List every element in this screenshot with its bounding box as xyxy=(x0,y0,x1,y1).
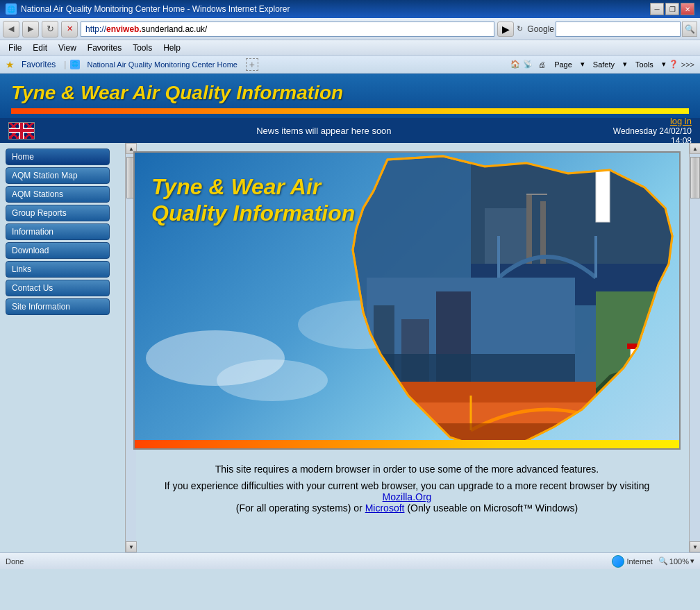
home-toolbar-button[interactable]: 🏠 xyxy=(510,60,520,69)
address-domain: sunderland.ac.uk/ xyxy=(142,24,208,34)
zone-label: Internet xyxy=(627,557,653,566)
view-menu[interactable]: View xyxy=(53,42,82,54)
uk-flag-icon xyxy=(8,122,35,139)
back-button[interactable]: ◀ xyxy=(3,21,19,37)
content-scrollbar[interactable]: ▲ ▼ xyxy=(689,143,700,552)
sidebar-item-group-reports[interactable]: Group Reports xyxy=(6,205,110,221)
content-scroll-down[interactable]: ▼ xyxy=(690,541,700,552)
nav-bar: ◀ ▶ ↻ ✕ http://enviweb.sunderland.ac.uk/… xyxy=(0,18,700,40)
content-scroll-up[interactable]: ▲ xyxy=(690,143,700,154)
bookmarks-bar: ★ Favorites | 🌐 National Air Quality Mon… xyxy=(0,56,700,74)
window-controls: ─ ❐ ✕ xyxy=(650,3,694,15)
address-bar[interactable]: http://enviweb.sunderland.ac.uk/ xyxy=(81,22,494,37)
favorites-button[interactable]: Favorites xyxy=(17,58,60,71)
news-right: log in Wednesday 24/02/10 14:08 xyxy=(613,116,692,146)
hero-title-line2: Quality Information xyxy=(151,200,355,226)
stop-button[interactable]: ✕ xyxy=(61,21,78,37)
sidebar-item-download[interactable]: Download xyxy=(6,242,110,259)
search-engine-label: Google xyxy=(527,24,554,34)
info-section: This site requires a modern browser in o… xyxy=(131,452,683,530)
microsoft-link[interactable]: Microsoft xyxy=(365,502,405,514)
info-para-2: If you experience difficulties with your… xyxy=(158,480,656,514)
forward-button[interactable]: ▶ xyxy=(22,21,39,37)
tools-toolbar-menu[interactable]: Tools xyxy=(630,59,659,70)
rss-button[interactable]: 📡 xyxy=(523,60,533,69)
refresh-button[interactable]: ↻ xyxy=(42,21,58,37)
sidebar-item-site-information[interactable]: Site Information xyxy=(6,298,110,315)
zoom-chevron-icon: ▾ xyxy=(690,557,694,566)
edit-menu[interactable]: Edit xyxy=(27,42,53,54)
news-text: News items will appear here soon xyxy=(256,126,391,136)
header-gradient-bar xyxy=(11,108,689,114)
mozilla-link[interactable]: Mozilla.Org xyxy=(383,491,432,502)
info-para-2-post: (Only useable on Microsoft™ Windows) xyxy=(407,502,578,514)
sidebar: Home AQM Station Map AQM Stations Group … xyxy=(0,143,125,552)
add-tab-button[interactable]: + xyxy=(246,58,258,71)
help-menu[interactable]: Help xyxy=(158,42,186,54)
hero-title: Tyne & Wear Air Quality Information xyxy=(151,173,355,227)
news-bar: News items will appear here soon log in … xyxy=(0,118,700,143)
svg-rect-14 xyxy=(367,354,575,382)
page-content: Tyne & Wear Air Quality Information News… xyxy=(0,74,700,552)
svg-rect-20 xyxy=(596,291,679,430)
status-bar: Done Internet 🔍 100% ▾ xyxy=(0,552,700,569)
file-menu[interactable]: File xyxy=(3,42,27,54)
favorites-menu[interactable]: Favorites xyxy=(82,42,127,54)
safety-menu[interactable]: Safety xyxy=(588,59,620,70)
close-button[interactable]: ✕ xyxy=(681,3,694,15)
address-host: enviweb. xyxy=(106,24,142,34)
content-scroll-track xyxy=(690,154,700,541)
favorites-star-icon: ★ xyxy=(6,59,15,70)
address-protocol: http:// xyxy=(85,24,106,34)
map-image xyxy=(332,153,679,450)
hero-bottom-bar xyxy=(135,440,679,448)
internet-zone-icon xyxy=(612,555,624,568)
refresh-icon-small: ↻ xyxy=(517,24,523,33)
info-para-2-mid: (For all operating systems) or xyxy=(236,502,362,514)
title-bar: 🌐 National Air Quality Monitoring Center… xyxy=(0,0,700,18)
search-input[interactable] xyxy=(556,22,681,37)
browser-icon: 🌐 xyxy=(6,3,17,15)
browser-window: 🌐 National Air Quality Monitoring Center… xyxy=(0,0,700,569)
restore-button[interactable]: ❐ xyxy=(665,3,679,15)
cloud-2 xyxy=(217,359,328,401)
site-title: Tyne & Wear Air Quality Information xyxy=(11,82,689,104)
bookmark-item-home[interactable]: National Air Quality Monitoring Center H… xyxy=(83,59,241,70)
page-menu[interactable]: Page xyxy=(549,59,578,70)
tools-menu[interactable]: Tools xyxy=(127,42,158,54)
sidebar-item-contact-us[interactable]: Contact Us xyxy=(6,280,110,296)
menu-bar: File Edit View Favorites Tools Help xyxy=(0,40,700,56)
search-go-button[interactable]: 🔍 xyxy=(682,22,697,37)
window-title: National Air Quality Monitoring Center H… xyxy=(21,4,290,14)
content-scroll-thumb[interactable] xyxy=(690,157,700,198)
sidebar-item-aqm-stations[interactable]: AQM Stations xyxy=(6,186,110,203)
info-para-2-pre: If you experience difficulties with your… xyxy=(165,480,650,491)
content-area: Tyne & Wear Air Quality Information xyxy=(125,143,689,552)
info-para-1: This site requires a modern browser in o… xyxy=(158,464,656,475)
sidebar-item-aqm-station-map[interactable]: AQM Station Map xyxy=(6,167,110,184)
divider: | xyxy=(64,60,66,69)
minimize-button[interactable]: ─ xyxy=(650,3,664,15)
date-text: Wednesday 24/02/10 xyxy=(613,126,692,136)
zoom-level: 100% xyxy=(669,557,689,566)
site-header: Tyne & Wear Air Quality Information xyxy=(0,74,700,118)
zoom-control: 🔍 100% ▾ xyxy=(658,557,694,566)
print-button[interactable]: 🖨 xyxy=(538,60,546,69)
zoom-minus-icon: 🔍 xyxy=(658,557,668,566)
bookmark-tab-icon: 🌐 xyxy=(70,60,80,69)
hero-image: Tyne & Wear Air Quality Information xyxy=(133,151,681,450)
svg-rect-5 xyxy=(596,167,610,222)
main-layout: Home AQM Station Map AQM Stations Group … xyxy=(0,143,700,552)
svg-rect-6 xyxy=(592,163,613,170)
hero-title-line1: Tyne & Wear Air xyxy=(151,173,355,200)
more-button[interactable]: >>> xyxy=(681,60,694,69)
sidebar-item-information[interactable]: Information xyxy=(6,223,110,240)
sidebar-item-links[interactable]: Links xyxy=(6,261,110,278)
status-text: Done xyxy=(6,557,24,566)
go-button[interactable]: ▶ xyxy=(497,22,514,37)
help-toolbar-button[interactable]: ❓ xyxy=(669,60,678,69)
sidebar-item-home[interactable]: Home xyxy=(6,149,110,165)
